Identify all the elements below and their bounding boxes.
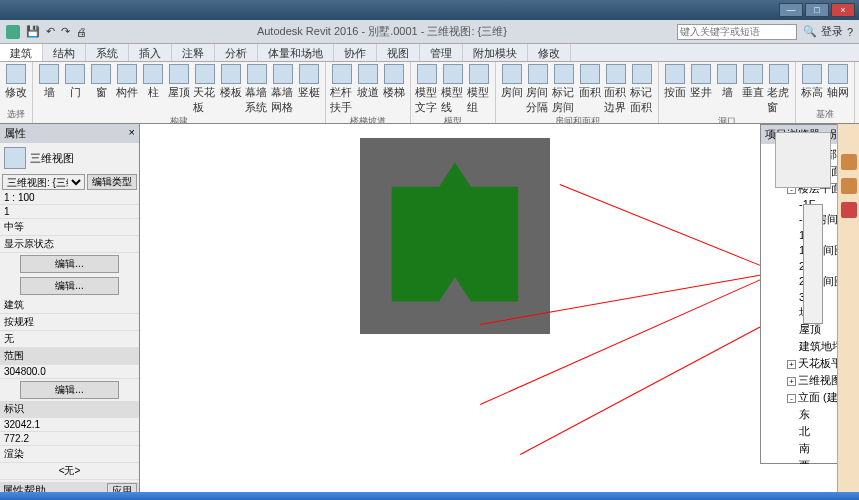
tab-10[interactable]: 附加模块 <box>463 44 528 61</box>
ribbon-坡道[interactable]: 坡道 <box>356 64 380 115</box>
close-button[interactable]: × <box>831 3 855 17</box>
ribbon-楼梯[interactable]: 楼梯 <box>382 64 406 115</box>
ribbon-标高[interactable]: 标高 <box>800 64 824 100</box>
ribbon-标记房间[interactable]: 标记房间 <box>552 64 576 115</box>
ribbon-group-label: 楼梯坡道 <box>330 115 406 124</box>
app-icon[interactable] <box>6 25 20 39</box>
ribbon-栏杆扶手[interactable]: 栏杆扶手 <box>330 64 354 115</box>
dim3-field[interactable]: 772.2 <box>0 432 139 446</box>
side-tool-icon[interactable] <box>841 178 857 194</box>
props-title: 属性 <box>4 126 26 141</box>
ribbon-墙[interactable]: 墙 <box>715 64 739 115</box>
ribbon-面积[interactable]: 面积 <box>578 64 602 115</box>
ribbon-柱[interactable]: 柱 <box>141 64 165 115</box>
edit-type-button[interactable]: 编辑类型 <box>87 174 137 190</box>
edit-button-1[interactable]: 编辑... <box>20 255 119 273</box>
search-input[interactable] <box>677 24 797 40</box>
ribbon-幕墙系统[interactable]: 幕墙系统 <box>245 64 269 115</box>
qat-redo-icon[interactable]: ↷ <box>61 25 70 38</box>
visibility-field[interactable]: 显示原状态 <box>0 236 139 253</box>
qat-undo-icon[interactable]: ↶ <box>46 25 55 38</box>
ribbon-group-label: 构建 <box>37 115 321 124</box>
ribbon-面积边界[interactable]: 面积边界 <box>604 64 628 115</box>
qat-print-icon[interactable]: 🖨 <box>76 26 87 38</box>
ribbon-楼板[interactable]: 楼板 <box>219 64 243 115</box>
edit-button-3[interactable]: 编辑... <box>20 381 119 399</box>
tab-5[interactable]: 分析 <box>215 44 258 61</box>
scale-field[interactable]: 1 : 100 <box>0 191 139 205</box>
maximize-button[interactable]: □ <box>805 3 829 17</box>
ribbon-模型组[interactable]: 模型组 <box>467 64 491 115</box>
expand-icon[interactable]: + <box>787 377 796 386</box>
model-view[interactable] <box>360 138 550 334</box>
detail-field[interactable]: 中等 <box>0 219 139 236</box>
ribbon-房间[interactable]: 房间 <box>500 64 524 115</box>
type-preview-icon <box>4 147 26 169</box>
cat-discipline[interactable]: 按规程 <box>0 314 139 331</box>
ribbon-竖井[interactable]: 竖井 <box>689 64 713 115</box>
qat-save-icon[interactable]: 💾 <box>26 25 40 38</box>
ribbon-轴网[interactable]: 轴网 <box>826 64 850 100</box>
canvas-viewport[interactable]: 项目浏览器 - 別墅.0001× -视图 (全部)-结构平面-楼层平面-1F-1… <box>140 124 859 500</box>
help-icon[interactable]: ? <box>847 26 853 38</box>
ribbon-group-label: 选择 <box>4 108 28 121</box>
ribbon-group-label: 基准 <box>800 108 850 121</box>
ribbon-按面[interactable]: 按面 <box>663 64 687 115</box>
login-button[interactable]: 登录 <box>821 24 843 39</box>
building-geometry[interactable] <box>376 154 534 318</box>
ribbon-group-label: 模型 <box>415 115 491 124</box>
edit-button-2[interactable]: 编辑... <box>20 277 119 295</box>
ribbon-门[interactable]: 门 <box>63 64 87 115</box>
tab-0[interactable]: 建筑 <box>0 44 43 61</box>
render-field[interactable]: 渲染 <box>0 446 139 463</box>
ribbon-天花板[interactable]: 天花板 <box>193 64 217 115</box>
ribbon-幕墙网格[interactable]: 幕墙网格 <box>271 64 295 115</box>
tab-9[interactable]: 管理 <box>420 44 463 61</box>
infocenter-icon[interactable]: 🔍 <box>803 25 817 38</box>
ribbon-group-label: 房间和面积 <box>500 115 654 124</box>
range-header: 范围 <box>0 348 139 365</box>
tab-4[interactable]: 注释 <box>172 44 215 61</box>
ribbon-标记面积[interactable]: 标记面积 <box>630 64 654 115</box>
tab-6[interactable]: 体量和场地 <box>258 44 334 61</box>
type-name: 三维视图 <box>30 151 74 166</box>
tab-11[interactable]: 修改 <box>528 44 571 61</box>
scale-value[interactable]: 1 <box>0 205 139 219</box>
expand-icon[interactable]: + <box>787 360 796 369</box>
ribbon-窗[interactable]: 窗 <box>89 64 113 115</box>
tab-1[interactable]: 结构 <box>43 44 86 61</box>
tab-7[interactable]: 协作 <box>334 44 377 61</box>
ribbon-构件[interactable]: 构件 <box>115 64 139 115</box>
cat-arch[interactable]: 建筑 <box>0 297 139 314</box>
dim1-field[interactable]: 304800.0 <box>0 365 139 379</box>
side-favorites-icon[interactable] <box>841 154 857 170</box>
id-header: 标识 <box>0 401 139 418</box>
tab-2[interactable]: 系统 <box>86 44 129 61</box>
expand-icon[interactable]: - <box>787 394 796 403</box>
taskbar[interactable] <box>0 492 859 500</box>
ribbon-垂直[interactable]: 垂直 <box>741 64 765 115</box>
none2-field[interactable]: <无> <box>0 463 139 480</box>
side-badge-icon[interactable] <box>841 202 857 218</box>
ribbon-老虎窗[interactable]: 老虎窗 <box>767 64 791 115</box>
ribbon-修改[interactable]: 修改 <box>4 64 28 100</box>
ribbon-group-label: 洞口 <box>663 115 791 124</box>
ribbon-竖梃[interactable]: 竖梃 <box>297 64 321 115</box>
viewcube[interactable] <box>775 132 831 188</box>
element-selector[interactable]: 三维视图: {三维} <box>2 174 85 190</box>
tab-8[interactable]: 视图 <box>377 44 420 61</box>
ribbon-屋顶[interactable]: 屋顶 <box>167 64 191 115</box>
ribbon-房间分隔[interactable]: 房间分隔 <box>526 64 550 115</box>
ribbon-模型线[interactable]: 模型线 <box>441 64 465 115</box>
ribbon-模型文字[interactable]: 模型文字 <box>415 64 439 115</box>
dim2-field[interactable]: 32042.1 <box>0 418 139 432</box>
minimize-button[interactable]: — <box>779 3 803 17</box>
none-field[interactable]: 无 <box>0 331 139 348</box>
ribbon-墙[interactable]: 墙 <box>37 64 61 115</box>
tab-3[interactable]: 插入 <box>129 44 172 61</box>
app-title: Autodesk Revit 2016 - 別墅.0001 - 三维视图: {三… <box>93 24 671 39</box>
props-close-icon[interactable]: × <box>129 126 135 141</box>
navigation-bar[interactable] <box>803 204 823 324</box>
